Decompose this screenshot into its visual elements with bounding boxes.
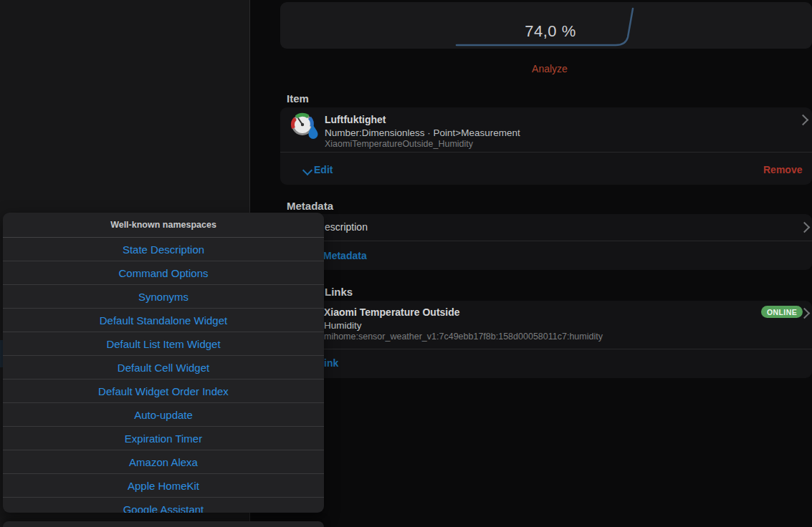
- divider: [280, 152, 812, 153]
- chevron-down-icon: [302, 165, 312, 175]
- namespace-item-default-widget-order-index[interactable]: Default Widget Order Index: [3, 379, 324, 403]
- namespace-item-auto-update[interactable]: Auto-update: [3, 403, 324, 427]
- add-metadata-button[interactable]: Metadata: [323, 250, 367, 261]
- popover-title: Well-known namespaces: [3, 213, 324, 238]
- link-thing-title: Xiaomi Temperature Outside: [324, 306, 460, 318]
- links-section-header: Links: [325, 286, 353, 298]
- item-row[interactable]: Luftfuktighet Number:Dimensionless · Poi…: [280, 107, 812, 152]
- namespace-item-default-list-item-widget[interactable]: Default List Item Widget: [3, 332, 324, 356]
- well-known-namespaces-popover: Well-known namespaces State Description …: [3, 213, 324, 513]
- edit-button[interactable]: Edit: [314, 164, 333, 175]
- state-value: 74,0 %: [525, 22, 576, 41]
- humidity-gauge-icon: [290, 112, 320, 143]
- channel-links-card: Xiaomi Temperature Outside Humidity miho…: [280, 301, 812, 378]
- add-link-button[interactable]: ink: [324, 357, 338, 369]
- namespace-item-apple-homekit[interactable]: Apple HomeKit: [3, 474, 324, 498]
- remove-button[interactable]: Remove: [763, 164, 802, 175]
- item-section-header: Item: [287, 92, 309, 105]
- divider: [280, 349, 812, 349]
- item-name: XiaomiTemperatureOutside_Humidity: [325, 139, 473, 149]
- secondary-popover-edge: [3, 521, 324, 527]
- item-card: Luftfuktighet Number:Dimensionless · Poi…: [280, 107, 812, 185]
- channel-link-row[interactable]: Xiaomi Temperature Outside Humidity miho…: [280, 301, 812, 349]
- namespace-item-state-description[interactable]: State Description: [3, 238, 324, 261]
- status-badge: ONLINE: [761, 306, 803, 318]
- namespace-item-default-standalone-widget[interactable]: Default Standalone Widget: [3, 309, 324, 332]
- item-title: Luftfuktighet: [325, 114, 386, 125]
- state-value-card: 74,0 %: [280, 2, 812, 49]
- namespace-item-expiration-timer[interactable]: Expiration Timer: [3, 427, 324, 450]
- namespace-item-google-assistant[interactable]: Google Assistant: [3, 498, 324, 513]
- metadata-row[interactable]: escription: [280, 214, 812, 241]
- metadata-section-header: Metadata: [287, 200, 333, 212]
- link-channel-uid: mihome:sensor_weather_v1:7c49ebb17f8b:15…: [324, 332, 603, 342]
- namespace-item-command-options[interactable]: Command Options: [3, 261, 324, 285]
- metadata-row-label: escription: [325, 221, 368, 233]
- chevron-right-icon: [799, 222, 811, 233]
- namespace-item-synonyms[interactable]: Synonyms: [3, 285, 324, 309]
- divider: [280, 241, 812, 241]
- namespace-item-amazon-alexa[interactable]: Amazon Alexa: [3, 450, 324, 474]
- metadata-card: escription Metadata: [280, 214, 812, 270]
- link-channel-label: Humidity: [324, 320, 362, 331]
- analyze-button[interactable]: Analyze: [532, 63, 568, 74]
- item-type: Number:Dimensionless · Point>Measurement: [325, 127, 520, 138]
- chevron-right-icon: [798, 115, 809, 126]
- namespace-item-default-cell-widget[interactable]: Default Cell Widget: [3, 356, 324, 379]
